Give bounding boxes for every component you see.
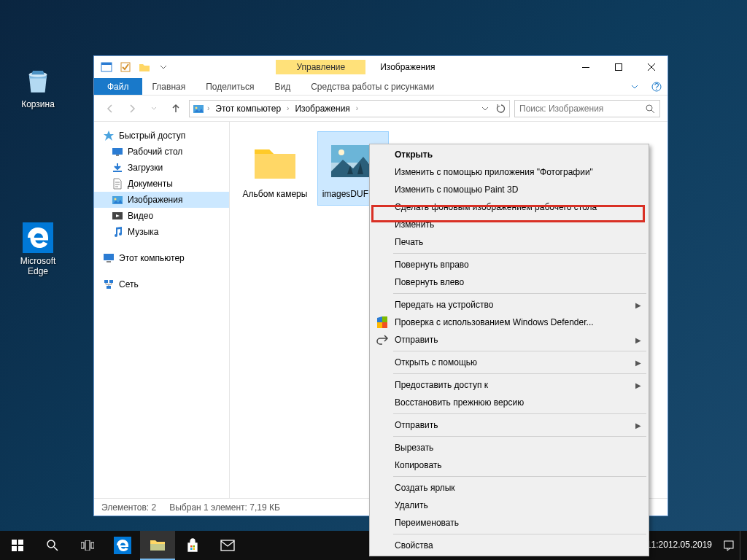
address-bar-row: › Этот компьютер › Изображения › [94, 96, 667, 122]
clock[interactable]: 11:2012.05.2019 [640, 531, 718, 560]
context-menu-item[interactable]: Повернуть влево [371, 273, 647, 291]
context-menu-item[interactable]: Удалить [371, 497, 647, 514]
context-menu-separator [393, 373, 646, 374]
context-menu-item[interactable]: Изменить с помощью Paint 3D [371, 181, 647, 198]
close-button[interactable] [635, 57, 667, 78]
svg-rect-28 [382, 322, 387, 328]
breadcrumb-pictures[interactable]: Изображения [292, 104, 352, 114]
ribbon-tab-share[interactable]: Поделиться [196, 78, 264, 95]
ribbon-expand-icon[interactable] [624, 78, 646, 95]
folder-item[interactable]: Альбом камеры [240, 132, 310, 205]
chevron-down-icon[interactable] [481, 106, 489, 111]
svg-rect-21 [109, 280, 113, 283]
context-menu-item[interactable]: Отправить▶ [371, 331, 647, 349]
search-input[interactable] [519, 104, 655, 114]
shield-icon [376, 316, 389, 329]
up-button[interactable] [167, 100, 185, 117]
taskbar-explorer[interactable] [140, 531, 175, 560]
task-view-button[interactable] [70, 531, 105, 560]
ribbon-tab-picture-tools[interactable]: Средства работы с рисунками [301, 78, 444, 95]
ribbon-tab-view[interactable]: Вид [264, 78, 301, 95]
svg-rect-27 [377, 322, 382, 328]
file-menu[interactable]: Файл [94, 78, 142, 95]
show-desktop-button[interactable] [740, 531, 744, 560]
context-menu-item[interactable]: Создать ярлык [371, 479, 647, 497]
qat-properties-icon[interactable] [98, 59, 115, 75]
desktop-icon-recycle-bin[interactable]: Корзина [10, 66, 66, 109]
help-icon[interactable]: ? [646, 78, 667, 95]
recycle-bin-icon [23, 66, 53, 96]
context-menu-separator [393, 293, 646, 294]
svg-rect-19 [107, 261, 111, 262]
titlebar[interactable]: Управление Изображения [94, 56, 667, 78]
context-menu-separator [393, 436, 646, 437]
context-menu-item[interactable]: Отправить▶ [371, 416, 647, 434]
recent-dropdown[interactable] [145, 100, 163, 117]
context-menu-item[interactable]: Повернуть вправо [371, 256, 647, 273]
submenu-arrow-icon: ▶ [635, 301, 641, 309]
action-center-icon[interactable] [718, 531, 740, 560]
refresh-icon[interactable] [496, 104, 506, 114]
context-menu-item[interactable]: Печать [371, 233, 647, 251]
back-button[interactable] [101, 100, 119, 117]
context-menu-item[interactable]: Проверка с использованием Windows Defend… [371, 314, 647, 331]
edge-icon [23, 222, 53, 253]
nav-music[interactable]: Музыка [94, 224, 229, 240]
qat-folder-icon[interactable] [136, 59, 152, 75]
context-menu-item[interactable]: Передать на устройство▶ [371, 296, 647, 314]
taskbar-mail[interactable] [210, 531, 245, 560]
svg-rect-26 [382, 316, 387, 322]
svg-rect-38 [190, 545, 193, 548]
nav-this-pc[interactable]: Этот компьютер [94, 250, 229, 266]
context-menu-item[interactable]: Изменить [371, 216, 647, 233]
breadcrumb-this-pc[interactable]: Этот компьютер [212, 104, 284, 114]
maximize-button[interactable] [602, 57, 635, 78]
nav-desktop[interactable]: Рабочий стол [94, 144, 229, 160]
context-menu-item[interactable]: Переименовать [371, 514, 647, 532]
search-button[interactable] [35, 531, 70, 560]
nav-quick-access[interactable]: Быстрый доступ [94, 128, 229, 144]
chevron-right-icon[interactable]: › [287, 104, 289, 112]
chevron-right-icon[interactable]: › [356, 104, 358, 112]
svg-rect-34 [81, 542, 84, 548]
chevron-right-icon[interactable]: › [207, 104, 209, 112]
context-menu-item[interactable]: Открыть с помощью▶ [371, 354, 647, 371]
nav-downloads[interactable]: Загрузки [94, 160, 229, 176]
context-menu-item[interactable]: Свойства [371, 537, 647, 554]
context-menu-item[interactable]: Вырезать [371, 439, 647, 456]
taskbar-store[interactable] [175, 531, 210, 560]
qat-dropdown-icon[interactable] [155, 59, 171, 75]
qat-select-icon[interactable] [117, 59, 133, 75]
svg-rect-35 [85, 540, 90, 551]
context-menu-separator [393, 413, 646, 414]
nav-pictures[interactable]: Изображения [94, 192, 229, 208]
search-icon [645, 104, 655, 114]
context-menu-item[interactable]: Восстановить прежнюю версию [371, 394, 647, 411]
management-tab[interactable]: Управление [276, 60, 365, 74]
nav-network[interactable]: Сеть [94, 276, 229, 292]
taskbar-edge[interactable] [105, 531, 140, 560]
ribbon-tab-home[interactable]: Главная [142, 78, 196, 95]
svg-rect-13 [116, 155, 119, 156]
forward-button[interactable] [123, 100, 141, 117]
minimize-button[interactable] [569, 57, 602, 78]
submenu-arrow-icon: ▶ [635, 359, 641, 367]
context-menu-item[interactable]: Открыть [371, 146, 647, 163]
nav-videos[interactable]: Видео [94, 208, 229, 224]
context-menu-item[interactable]: Сделать фоновым изображением рабочего ст… [371, 198, 647, 216]
context-menu-item[interactable]: Копировать [371, 456, 647, 474]
address-bar[interactable]: › Этот компьютер › Изображения › [189, 100, 510, 117]
svg-point-11 [646, 105, 652, 111]
context-menu-item[interactable]: Предоставить доступ к▶ [371, 376, 647, 394]
nav-documents[interactable]: Документы [94, 176, 229, 192]
context-menu-item[interactable]: Изменить с помощью приложения "Фотографи… [371, 163, 647, 181]
status-item-count: Элементов: 2 [101, 502, 156, 513]
svg-rect-22 [107, 286, 111, 289]
svg-rect-14 [113, 171, 122, 172]
ribbon: Файл Главная Поделиться Вид Средства раб… [94, 78, 667, 96]
start-button[interactable] [0, 531, 35, 560]
context-menu-separator [393, 351, 646, 351]
desktop-icon-edge[interactable]: Microsoft Edge [10, 222, 66, 276]
svg-point-16 [115, 198, 117, 201]
search-box[interactable] [514, 100, 660, 117]
